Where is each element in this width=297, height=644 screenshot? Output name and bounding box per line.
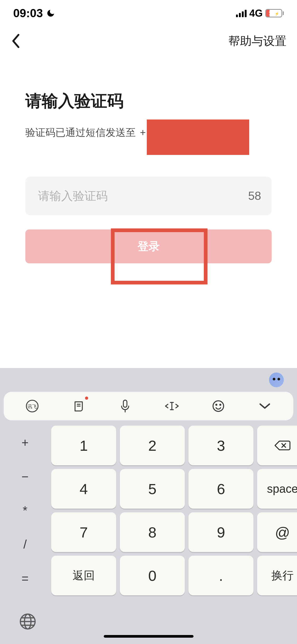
key-dot[interactable]: . — [188, 556, 253, 595]
svg-point-9 — [213, 401, 224, 411]
key-7[interactable]: 7 — [51, 512, 116, 552]
status-bar: 09:03 4G 19⚡ — [0, 0, 297, 26]
svg-point-11 — [220, 404, 221, 405]
battery-icon: 19⚡ — [265, 9, 284, 17]
assistant-avatar-icon[interactable] — [269, 372, 284, 387]
svg-text:讯飞: 讯飞 — [27, 404, 37, 409]
key-sym-2[interactable]: * — [3, 494, 48, 527]
key-2[interactable]: 2 — [120, 426, 185, 465]
subtitle-text: 验证码已通过短信发送至 — [25, 126, 136, 139]
key-at[interactable]: @ — [257, 512, 297, 552]
key-4[interactable]: 4 — [51, 469, 116, 509]
key-newline[interactable]: 换行 — [257, 556, 297, 595]
key-space[interactable]: space — [257, 469, 297, 509]
backspace-icon — [274, 439, 291, 452]
home-indicator[interactable] — [104, 635, 194, 638]
key-sym-4[interactable]: = — [3, 562, 48, 595]
network-type: 4G — [249, 8, 263, 19]
key-0[interactable]: 0 — [120, 556, 185, 595]
svg-point-10 — [216, 404, 217, 405]
key-6[interactable]: 6 — [188, 469, 253, 509]
nav-bar: 帮助与设置 — [0, 26, 297, 56]
annotation-highlight-box — [111, 228, 208, 284]
back-button[interactable] — [8, 33, 24, 49]
phone-redacted-block — [147, 119, 249, 155]
key-sym-3[interactable]: / — [3, 527, 48, 561]
status-time: 09:03 — [13, 7, 43, 20]
key-9[interactable]: 9 — [188, 512, 253, 552]
key-8[interactable]: 8 — [120, 512, 185, 552]
moon-icon — [46, 9, 55, 18]
resend-countdown: 58 — [248, 189, 261, 203]
login-button[interactable]: 登录 — [25, 229, 272, 263]
key-1[interactable]: 1 — [51, 426, 116, 465]
key-3[interactable]: 3 — [188, 426, 253, 465]
help-settings-link[interactable]: 帮助与设置 — [228, 33, 286, 49]
signal-icon — [236, 9, 247, 17]
code-input[interactable]: 请输入验证码 58 — [25, 177, 272, 215]
mic-icon[interactable] — [117, 398, 133, 414]
svg-rect-4 — [124, 400, 127, 407]
symbol-column: +−*/= — [3, 426, 48, 595]
keyboard-toolbar: 讯飞 — [4, 392, 293, 420]
ime-logo-icon[interactable]: 讯飞 — [24, 398, 40, 414]
page-title: 请输入验证码 — [25, 90, 272, 112]
cursor-move-icon[interactable] — [164, 398, 180, 414]
emoji-icon[interactable] — [210, 398, 226, 414]
key-sym-0[interactable]: + — [3, 426, 48, 459]
globe-icon[interactable] — [18, 612, 37, 631]
keyboard: 讯飞 + 1 2 3 − 4 5 6 space * 7 — [0, 368, 297, 644]
key-5[interactable]: 5 — [120, 469, 185, 509]
key-sym-1[interactable]: − — [3, 459, 48, 493]
key-return-mode[interactable]: 返回 — [51, 556, 116, 595]
clipboard-icon[interactable] — [71, 398, 87, 414]
keyboard-bottom-bar — [0, 599, 297, 644]
code-placeholder: 请输入验证码 — [38, 188, 108, 204]
key-backspace[interactable] — [257, 426, 297, 465]
phone-prefix: + — [140, 127, 146, 138]
collapse-keyboard-icon[interactable] — [257, 398, 273, 414]
